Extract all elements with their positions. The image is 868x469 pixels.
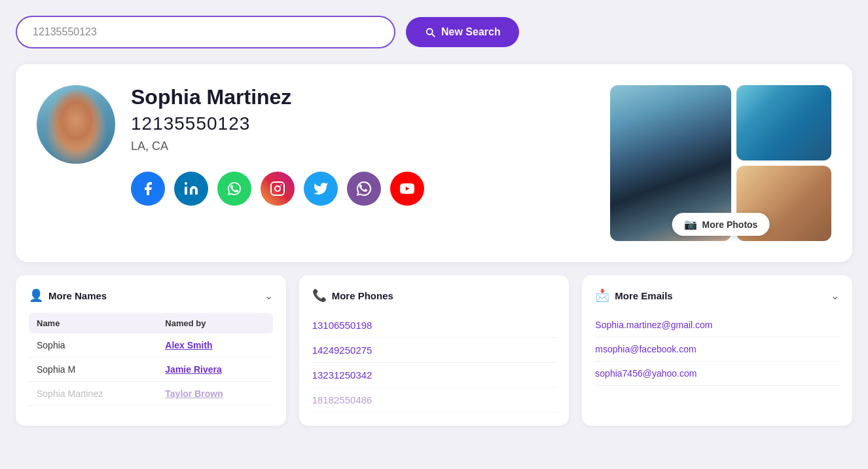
social-icons-row [131,172,424,206]
list-item[interactable]: msophia@facebook.com [595,337,839,362]
twitter-icon[interactable] [304,172,338,206]
names-table: Name Named by SophiaAlex SmithSophia MJa… [29,313,273,406]
list-item[interactable]: 13106550198 [312,313,556,338]
list-item[interactable]: Sophia.martinez@gmail.com [595,313,839,337]
email-list: Sophia.martinez@gmail.commsophia@faceboo… [595,313,839,386]
profile-location: LA, CA [131,140,424,153]
new-search-button[interactable]: New Search [406,17,519,47]
more-emails-title: More Emails [615,290,672,301]
more-phones-title-row: 📞 More Phones [312,288,393,303]
more-emails-title-row: 📩 More Emails [595,288,672,303]
person-icon: 👤 [29,288,43,303]
profile-phone: 12135550123 [131,113,424,134]
search-icon [424,26,436,38]
avatar [37,85,115,164]
whatsapp-icon[interactable] [217,172,251,206]
svg-point-0 [185,182,187,185]
svg-rect-1 [271,182,284,195]
profile-left: Sophia Martinez 12135550123 LA, CA [37,85,424,206]
more-emails-chevron-icon[interactable]: ⌄ [831,290,839,302]
youtube-icon[interactable] [390,172,424,206]
name-cell: Sophia [29,333,157,358]
col-name-header: Name [29,313,157,333]
profile-info: Sophia Martinez 12135550123 LA, CA [131,85,424,206]
new-search-label: New Search [441,26,501,38]
more-emails-header: 📩 More Emails ⌄ [595,288,839,303]
more-names-chevron-icon[interactable]: ⌄ [264,290,273,302]
more-emails-card: 📩 More Emails ⌄ Sophia.martinez@gmail.co… [582,275,852,426]
more-photos-label: More Photos [702,219,758,230]
more-names-title: More Names [48,290,107,301]
bottom-cards-row: 👤 More Names ⌄ Name Named by SophiaAlex … [16,275,852,426]
more-names-header: 👤 More Names ⌄ [29,288,273,303]
facebook-icon[interactable] [131,172,165,206]
profile-card: Sophia Martinez 12135550123 LA, CA [16,64,852,262]
more-phones-title: More Phones [332,290,393,301]
list-item[interactable]: 18182550486 [312,388,556,413]
list-item[interactable]: sophia7456@yahoo.com [595,362,839,386]
phone-list: 1310655019814249250275132312503421818255… [312,313,556,413]
list-item[interactable]: 14249250275 [312,338,556,363]
named-by-cell[interactable]: Jamie Rivera [157,358,272,382]
email-icon: 📩 [595,288,609,303]
named-by-cell[interactable]: Alex Smith [157,333,272,358]
linkedin-icon[interactable] [174,172,208,206]
named-by-link[interactable]: Jamie Rivera [165,364,221,375]
search-bar-row: New Search [16,16,852,48]
more-names-card: 👤 More Names ⌄ Name Named by SophiaAlex … [16,275,286,426]
instagram-icon[interactable] [261,172,295,206]
name-cell: Sophia M [29,358,157,382]
photos-grid: 📷 More Photos [610,85,831,241]
more-phones-card: 📞 More Phones 13106550198142492502751323… [299,275,570,426]
table-row: SophiaAlex Smith [29,333,273,358]
profile-name: Sophia Martinez [131,85,424,109]
more-photos-button[interactable]: 📷 More Photos [672,213,770,236]
list-item[interactable]: 13231250342 [312,363,556,388]
named-by-link[interactable]: Taylor Brown [165,388,223,399]
table-row: Sophia MartinezTaylor Brown [29,382,273,406]
search-input[interactable] [16,16,395,48]
photo-cell-top-right [736,85,831,160]
page-wrapper: New Search Sophia Martinez 12135550123 L… [16,16,852,426]
viber-icon[interactable] [347,172,381,206]
phone-icon: 📞 [312,288,327,303]
more-phones-header: 📞 More Phones [312,288,556,303]
named-by-cell[interactable]: Taylor Brown [157,382,272,406]
col-named-by-header: Named by [157,313,272,333]
name-cell: Sophia Martinez [29,382,157,406]
named-by-link[interactable]: Alex Smith [165,340,212,350]
more-names-title-row: 👤 More Names [29,288,107,303]
photo-icon: 📷 [684,218,697,231]
table-row: Sophia MJamie Rivera [29,358,273,382]
